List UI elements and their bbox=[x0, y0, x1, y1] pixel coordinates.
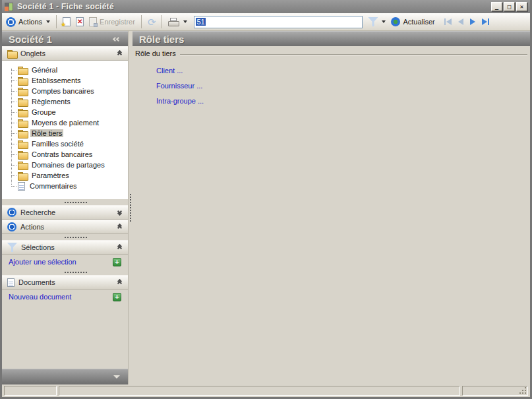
refresh-button[interactable]: Actualiser bbox=[403, 16, 437, 27]
delete-icon: ✕ bbox=[76, 17, 84, 26]
tree-item-domaines-de-partages[interactable]: Domaines de partages bbox=[7, 160, 128, 170]
panel-header-onglets[interactable]: Onglets bbox=[2, 46, 128, 61]
main-header: Rôle tiers bbox=[133, 31, 530, 46]
group-box-line bbox=[180, 54, 527, 55]
tree-item-parametres[interactable]: Paramètres bbox=[7, 170, 128, 181]
save-button-label: Enregistrer bbox=[100, 18, 135, 26]
sidebar-title: Société 1 bbox=[9, 34, 52, 45]
folder-icon bbox=[18, 162, 27, 169]
print-button[interactable] bbox=[165, 16, 190, 28]
tree-item-reglements[interactable]: Règlements bbox=[7, 96, 128, 107]
folder-icon bbox=[18, 140, 27, 148]
chevron-up-icon bbox=[118, 280, 121, 284]
folder-icon bbox=[18, 151, 27, 158]
chevron-down-icon bbox=[118, 210, 121, 214]
tree-item-familles-societe[interactable]: Familles société bbox=[7, 138, 128, 149]
document-icon bbox=[7, 278, 15, 287]
sidebar-bottom-bar[interactable] bbox=[2, 369, 128, 384]
splitter-handle[interactable] bbox=[2, 199, 128, 205]
new-document-row: Nouveau document + bbox=[2, 290, 128, 304]
sidebar: Société 1 Onglets Général Etablissements… bbox=[2, 31, 129, 384]
previous-record-button[interactable] bbox=[458, 18, 463, 25]
chevron-down-icon bbox=[46, 20, 50, 23]
chevron-up-icon bbox=[118, 225, 121, 229]
main-pane: Rôle tiers Rôle du tiers Client ... Four… bbox=[133, 31, 530, 384]
toolbar-separator bbox=[162, 15, 162, 28]
new-document-link[interactable]: Nouveau document bbox=[9, 293, 71, 301]
intra-groupe-link[interactable]: Intra-groupe ... bbox=[156, 97, 527, 105]
refresh-icon bbox=[391, 17, 400, 26]
panel-header-documents[interactable]: Documents bbox=[2, 275, 128, 290]
panel-header-selections[interactable]: Sélections bbox=[2, 240, 128, 255]
panel-header-recherche[interactable]: Recherche bbox=[2, 205, 128, 220]
save-button[interactable]: Enregistrer bbox=[86, 16, 138, 28]
filter-dropdown-icon[interactable] bbox=[382, 20, 386, 23]
tree-item-commentaires[interactable]: Commentaires bbox=[7, 181, 128, 191]
sidebar-header: Société 1 bbox=[2, 31, 128, 46]
delete-record-button[interactable]: ✕ bbox=[73, 16, 86, 28]
new-record-button[interactable]: ★ bbox=[60, 16, 73, 28]
next-record-button[interactable] bbox=[470, 18, 475, 25]
fournisseur-link[interactable]: Fournisseur ... bbox=[156, 82, 527, 90]
actions-menu-button[interactable]: Actions bbox=[16, 16, 53, 27]
title-bar: Société 1 - Fiche société _ □ ✕ bbox=[2, 0, 530, 13]
tree-item-contrats-bancaires[interactable]: Contrats bancaires bbox=[7, 149, 128, 160]
folder-icon bbox=[18, 172, 27, 179]
add-plus-icon[interactable]: + bbox=[113, 293, 121, 301]
folder-icon bbox=[18, 77, 27, 84]
panel-label-onglets: Onglets bbox=[20, 49, 114, 57]
filter-input[interactable]: 51 bbox=[194, 16, 363, 28]
group-box-legend: Rôle du tiers bbox=[135, 49, 527, 57]
refresh-data-button[interactable]: ⟳ bbox=[145, 16, 159, 28]
folder-icon bbox=[18, 98, 27, 106]
chevron-up-icon bbox=[118, 245, 121, 249]
filter-funnel-icon bbox=[7, 243, 17, 252]
tree-item-role-tiers[interactable]: Rôle tiers bbox=[7, 128, 128, 138]
add-selection-link[interactable]: Ajouter une sélection bbox=[9, 258, 76, 266]
folder-icon bbox=[7, 50, 16, 57]
panel-header-actions[interactable]: Actions bbox=[2, 220, 128, 234]
toolbar-separator bbox=[141, 15, 142, 28]
add-selection-row: Ajouter une sélection + bbox=[2, 255, 128, 269]
sidebar-splitter[interactable] bbox=[129, 31, 133, 384]
maximize-button[interactable]: □ bbox=[504, 2, 515, 11]
sidebar-filler bbox=[2, 304, 128, 369]
folder-icon bbox=[18, 109, 27, 116]
panel-label-selections: Sélections bbox=[21, 243, 114, 251]
filter-funnel-icon[interactable] bbox=[368, 17, 378, 26]
minimize-button[interactable]: _ bbox=[491, 2, 502, 11]
client-link[interactable]: Client ... bbox=[156, 67, 527, 75]
tree-item-general[interactable]: Général bbox=[7, 65, 128, 75]
app-window: Société 1 - Fiche société _ □ ✕ Actions … bbox=[0, 0, 532, 399]
folder-open-icon bbox=[18, 130, 27, 137]
splitter-handle[interactable] bbox=[2, 269, 128, 275]
tree-item-moyens-de-paiement[interactable]: Moyens de paiement bbox=[7, 117, 128, 128]
chevron-down-icon bbox=[113, 375, 120, 379]
splitter-handle[interactable] bbox=[2, 234, 128, 240]
actions-menu-label: Actions bbox=[18, 18, 42, 26]
status-bar bbox=[2, 384, 530, 397]
actions-target-icon bbox=[6, 17, 16, 27]
save-icon bbox=[89, 17, 97, 26]
status-panel-left bbox=[4, 386, 57, 396]
note-icon bbox=[18, 182, 25, 191]
first-record-button[interactable] bbox=[444, 18, 452, 25]
app-icon bbox=[5, 3, 13, 11]
main-toolbar: Actions ★ ✕ Enregistrer ⟳ 51 Actuali bbox=[2, 13, 530, 31]
tree-item-groupe[interactable]: Groupe bbox=[7, 107, 128, 117]
window-title: Société 1 - Fiche société bbox=[17, 2, 114, 11]
refresh-button-label: Actualiser bbox=[403, 18, 434, 26]
last-record-button[interactable] bbox=[482, 18, 489, 25]
close-button[interactable]: ✕ bbox=[516, 2, 527, 11]
panel-label-recherche: Recherche bbox=[20, 208, 114, 216]
resize-grip-icon[interactable] bbox=[525, 392, 526, 394]
chevron-up-icon bbox=[118, 51, 121, 55]
group-box-label: Rôle du tiers bbox=[135, 49, 180, 57]
chevron-down-icon bbox=[183, 20, 187, 23]
tree-item-etablissements[interactable]: Etablissements bbox=[7, 75, 128, 86]
tree-item-comptes-bancaires[interactable]: Comptes bancaires bbox=[7, 86, 128, 96]
add-plus-icon[interactable]: + bbox=[113, 258, 121, 266]
folder-icon bbox=[18, 67, 27, 74]
collapse-sidebar-icon[interactable] bbox=[113, 38, 120, 40]
printer-icon bbox=[168, 18, 179, 26]
